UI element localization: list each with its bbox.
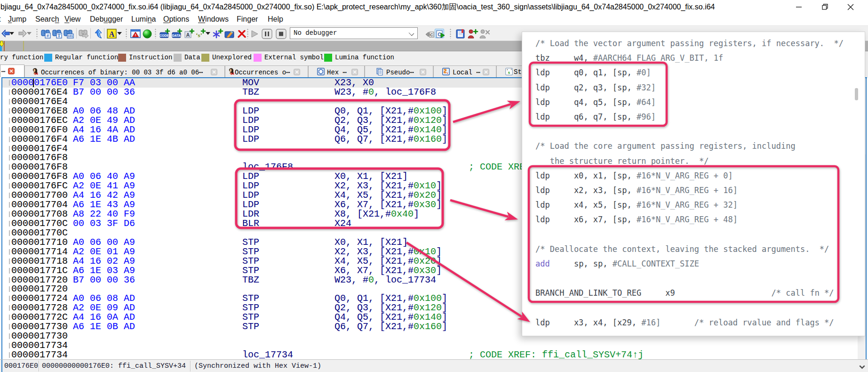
jump-icon[interactable] — [94, 29, 103, 38]
menu-item-clipped[interactable]: t — [0, 15, 0, 24]
operands: Q6, Q7, [X21,#0x160] — [334, 322, 447, 332]
menu-item-help[interactable]: Help — [268, 15, 283, 24]
address: 0000017734 — [11, 350, 68, 359]
status-cell: 00000000000176E0: ffi_call_SYSV+34 — [42, 362, 186, 370]
menu-item-view[interactable]: View — [64, 15, 80, 24]
tab-local-types[interactable]: Local ⋯✕ — [433, 65, 496, 77]
patch-icon[interactable] — [224, 29, 234, 38]
tab-title: Hex ⋯ — [327, 68, 347, 76]
line-prefix-tick — [9, 324, 10, 330]
minimize-button[interactable] — [788, 0, 810, 14]
tab-pseudocode[interactable]: Pseudo⋯✕ — [365, 65, 433, 77]
make-code-icon[interactable]: CODE — [159, 29, 169, 38]
menu-item-lumina[interactable]: Lumina — [131, 15, 156, 24]
chevron-down-icon — [409, 31, 414, 36]
xref-comment: ; CODE XRE — [469, 162, 525, 172]
tab-title: Local ⋯ — [453, 68, 480, 76]
menu-item-search[interactable]: Search — [35, 15, 59, 24]
color-dropdown[interactable] — [117, 32, 122, 35]
search-again-icon[interactable] — [79, 29, 88, 38]
back-dropdown[interactable] — [9, 32, 14, 35]
close-button[interactable] — [840, 0, 861, 14]
text-caret — [33, 79, 34, 87]
address: 0000017718 — [11, 257, 68, 266]
tab-close-icon[interactable]: ✕ — [211, 69, 217, 75]
opcode-bytes: A6 1E 0B AD — [73, 322, 135, 332]
svg-text:101: 101 — [68, 34, 73, 38]
mnemonic: STP — [242, 257, 259, 266]
add-breakpoint-icon[interactable] — [467, 29, 477, 38]
tab-ida-view[interactable]: ⋯✕ — [0, 65, 24, 77]
opcode-bytes: B7 00 00 36 — [73, 275, 135, 285]
toolbar-handle — [126, 28, 127, 39]
make-name-icon[interactable]: A — [184, 29, 193, 38]
undefine-icon[interactable] — [237, 29, 246, 38]
mnemonic: LDP — [242, 116, 259, 125]
tab-close-icon[interactable]: ✕ — [351, 69, 358, 75]
toolbar-separator — [104, 28, 104, 39]
scrollbar-down-button[interactable] — [859, 363, 866, 372]
search-text-icon[interactable]: T — [52, 29, 62, 38]
line-prefix-tick — [9, 183, 10, 189]
listing-row[interactable]: 0000017734loc_17734; CODE XREF: ffi_call… — [2, 350, 858, 359]
source-code-line: ldp q2, q3, [sp, #32] — [535, 80, 656, 95]
tab-occurrences-binary[interactable]: 64Occurrences of binary: 00 03 3f d6 a0 … — [24, 65, 225, 77]
set-color-icon[interactable]: A — [107, 29, 116, 38]
tab-occurrences[interactable]: 64Occurrences o⋯✕ — [225, 65, 308, 77]
make-data-icon[interactable]: DATA — [172, 29, 181, 38]
tab-close-icon[interactable]: ✕ — [294, 69, 300, 75]
line-prefix-tick — [9, 249, 10, 255]
listing-row[interactable]: 0000017734 — [2, 341, 858, 350]
script-icon[interactable] — [455, 29, 465, 38]
toolbar-handle — [36, 28, 38, 39]
opcode-bytes: A0 06 00 A9 — [73, 238, 135, 247]
search-immediate-icon[interactable]: 101 — [64, 29, 73, 38]
mnemonic: STP — [242, 247, 259, 257]
debug-pause-icon[interactable] — [262, 29, 271, 38]
legend-swatch — [44, 54, 52, 62]
menu-item-options[interactable]: Options — [163, 15, 189, 24]
tab-close-icon[interactable]: ✕ — [483, 69, 489, 75]
maximize-button[interactable] — [814, 0, 836, 14]
attach-icon[interactable]: C — [424, 29, 434, 38]
menu-item-jump[interactable]: Jump — [8, 15, 26, 24]
label: loc_17734 — [242, 350, 293, 359]
continue-icon[interactable]: C — [435, 29, 444, 38]
make-string-icon[interactable]: ‘s’ — [195, 29, 205, 38]
debug-run-icon[interactable] — [250, 29, 259, 38]
localt-icon — [442, 68, 450, 75]
problems-icon[interactable]: ! — [130, 29, 140, 38]
operands: X24 — [334, 219, 351, 228]
make-array-icon[interactable] — [212, 29, 222, 38]
pseudo-icon — [376, 68, 383, 75]
line-prefix-tick — [9, 352, 10, 358]
tab-close-icon[interactable]: ✕ — [8, 68, 15, 74]
navband-unexplored-mark — [23, 41, 24, 51]
forward-dropdown[interactable] — [27, 32, 32, 35]
line-prefix-tick — [9, 343, 10, 348]
svg-text:#: # — [47, 33, 49, 38]
search-binary-icon[interactable]: # — [41, 29, 50, 38]
menu-item-debugger[interactable]: Debugger — [90, 15, 123, 24]
debug-stop-icon[interactable] — [276, 29, 285, 38]
back-icon[interactable] — [1, 29, 10, 38]
string-dropdown[interactable] — [206, 32, 210, 35]
menu-item-windows[interactable]: Windows — [198, 15, 229, 24]
lady-icon: 64 — [31, 68, 39, 75]
address: 000001770C — [11, 219, 68, 228]
menu-item-finger[interactable]: Finger — [237, 15, 258, 24]
svg-text:A: A — [186, 32, 190, 38]
line-prefix-tick — [9, 164, 10, 170]
lumina-status-icon[interactable] — [142, 29, 151, 38]
source-code-line: /* Load the vector argument passing regi… — [535, 36, 844, 51]
debugger-select[interactable]: No debugger — [290, 27, 418, 39]
source-code-line: /* Deallocate the context, leaving the s… — [535, 242, 829, 257]
tab-title: Occurrences of binary: 00 03 3f d6 a0 06… — [41, 68, 203, 76]
panel-scrollbar-thumb[interactable] — [855, 88, 858, 100]
tab-hex-view[interactable]: Hex ⋯✕ — [308, 65, 365, 77]
del-breakpoint-icon[interactable] — [479, 29, 488, 38]
status-bar: 000176E000000000000176E0: ffi_call_SYSV+… — [0, 359, 868, 372]
line-prefix-tick — [9, 108, 10, 114]
tab-close-icon[interactable]: ✕ — [420, 69, 426, 75]
forward-icon[interactable] — [18, 29, 27, 38]
